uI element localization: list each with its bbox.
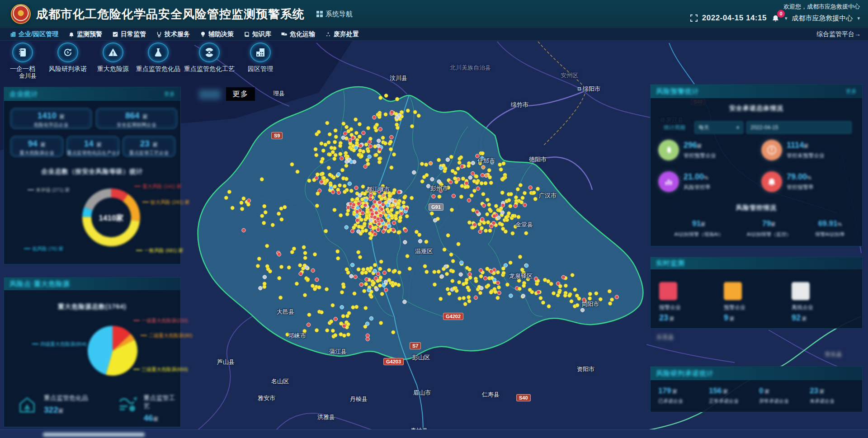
stat-box-重大危险源企业[interactable]: 94 家重大危险源企业 [10,136,63,157]
stat-label: 安全监测联网企业 [96,122,177,128]
system-nav-button[interactable]: 系统导航 [316,10,353,19]
kpi-label: 重点监管危化品 [44,394,88,402]
panel-body: 安全承诺总体情况 统计周期 每天▾ 2022-04-15 296家管控预警企业1… [651,85,862,246]
stat-label: 管控预警企业 [684,152,716,160]
map-label-名山区: 名山区 [271,377,289,386]
donut-segment-重大风险[interactable] [111,193,126,198]
donut-label: 未评级 (271) 家 [28,187,70,193]
stat-unit: % [837,221,842,227]
stat-box-重点监管危化品生产企业[interactable]: 14 家重点监管危化品生产企业 [66,136,119,157]
stat-unit: 家 [818,389,825,394]
map-label-text: 芦山县 [217,358,235,365]
period-select[interactable]: 每天▾ [694,121,743,134]
item-unit: 家 [668,316,675,321]
footer-strip [0,429,868,438]
map-label-彭山区: 彭山区 [412,353,430,362]
map-label-汶川县: 汶川县 [390,74,407,82]
map-label-text: 安岳县 [825,351,842,358]
process-icon [199,42,220,62]
map-label-text: 都江堰市 [366,186,390,193]
kpi-unit: 家 [58,408,64,414]
service-icon [156,31,162,38]
label-text: 低风险 (76) 家 [32,246,64,251]
platform-link[interactable]: 综合监管平台→ [816,30,861,38]
warning-panel: 风险预警统计 更多 安全承诺总体情况 统计周期 每天▾ 2022-04-15 2… [650,84,863,246]
donut-label: 一般风险 (681) 家 [136,247,184,254]
refresh-icon [57,42,78,62]
nav-item-监测预警[interactable]: 监测预警 [68,30,102,38]
chevron-down-icon: ▾ [736,122,739,133]
item-label: 报警企业 [659,304,681,311]
subnav-item-重点监管危化品[interactable]: 重点监管危化品 [136,42,181,73]
item-unit: 家 [801,316,807,321]
status-square [659,282,677,300]
subnav-item-风险研判承诺[interactable]: 风险研判承诺 [45,42,90,73]
map-label-什邡市: 什邡市 [477,157,495,165]
enterprise-panel: 企业统计 更多 企业总数（按安全风险等级）统计 1410家 1410 家危险化学… [4,87,181,264]
stat-label: 管控未预警企业 [787,152,825,160]
leaf-icon [658,140,679,160]
kpi-重点监管危化品: 重点监管危化品322家 [17,394,88,416]
label-text: 一级重大危险源(230) [142,318,188,323]
nav-item-废弃处置[interactable]: 废弃处置 [325,30,359,38]
fullscreen-icon[interactable] [690,14,698,22]
nav-item-label: 危化运输 [290,30,315,38]
donut-label: 低风险 (76) 家 [24,245,64,252]
chevron-down-icon[interactable]: ▾ [857,15,860,21]
subnav-item-园区管理[interactable]: 园区管理 [238,42,283,73]
bulb-icon [200,31,206,38]
nav-item-技术服务[interactable]: 技术服务 [156,30,190,38]
label-tick [32,344,38,344]
map-label-text: 绵竹市 [511,101,528,108]
subnav-item-重点监管危化工艺[interactable]: 重点监管危化工艺 [181,42,238,73]
chevron-down-icon[interactable]: ▾ [785,15,788,21]
stat-label: 重大危险源企业 [11,150,63,156]
stat-value: 79.00% [787,172,814,182]
monitor-item-预警企业: 预警企业9 家 [724,282,745,323]
nav-item-辅助决策[interactable]: 辅助决策 [200,30,234,38]
building-icon [10,31,16,38]
alarm-icon [761,171,782,192]
stat-box-危险化学品企业[interactable]: 1410 家危险化学品企业 [10,108,92,129]
subnav-item-重大危险源[interactable]: 重大危险源 [90,42,136,73]
warning-stat-管控预警企业: 296家管控预警企业 [658,140,716,160]
stat-value: 296家 [684,141,716,150]
main-nav: 企业/园区管理监测预警日常监管技术服务辅助决策知识库危化运输废弃处置 综合监管平… [0,28,868,41]
stat-box-重点监管工艺企业[interactable]: 23 家重点监管工艺企业 [123,136,175,157]
nav-item-日常监管[interactable]: 日常监管 [112,30,146,38]
donut-segment-未评级[interactable] [89,193,112,209]
date-input[interactable]: 2022-04-15 [746,121,852,134]
map-label-text: 汶川县 [390,75,407,81]
chart-icon [658,171,679,192]
label-tick [28,189,34,190]
label-tick [142,202,149,203]
stat-unit: 家 [58,113,65,120]
system-nav-label: 系统导航 [326,10,353,18]
stat-unit: 家 [697,143,702,149]
nav-item-危化运输[interactable]: 危化运输 [281,30,315,38]
label-text: 三级重大危险源(650) [142,367,188,372]
welcome-text: 欢迎您，成都市应急救援中心 [783,3,860,11]
nav-item-label: 辅助决策 [208,30,234,38]
stat-value: 0 家 [759,386,789,396]
notifications-button[interactable]: 0 [771,14,780,23]
map-label-text: 温江区 [415,248,433,254]
stat-unit: 家 [763,389,769,394]
stat-value: 79家 [735,219,803,228]
stat-unit: % [704,175,708,180]
nav-item-知识库[interactable]: 知识库 [244,30,271,38]
nav-item-企业/园区管理[interactable]: 企业/园区管理 [10,30,58,38]
park-icon [250,42,271,62]
subnav-item-一企一档[interactable]: 一企一档 [0,42,45,73]
stat-box-安全监测联网企业[interactable]: 864 家安全监测联网企业 [96,108,177,129]
map-label-绵竹市: 绵竹市 [511,101,528,109]
donut-center-label: 1410家 [89,213,134,223]
commitment-panel: 风险研判承诺统计 179 家已承诺企业156 家正常承诺企业0 家异常承诺企业2… [650,366,863,412]
map-label-简阳市: 简阳市 [581,300,599,308]
stat-label: 异常承诺企业 [759,398,789,405]
map-label-仁寿县: 仁寿县 [482,391,500,399]
map-more-button[interactable]: 更多 [226,87,255,101]
user-menu[interactable]: 成都市应急救援中心 [792,14,853,23]
label-text: 四级重大危险源(804) [40,341,87,347]
donut-segment-低风险[interactable] [87,209,89,217]
